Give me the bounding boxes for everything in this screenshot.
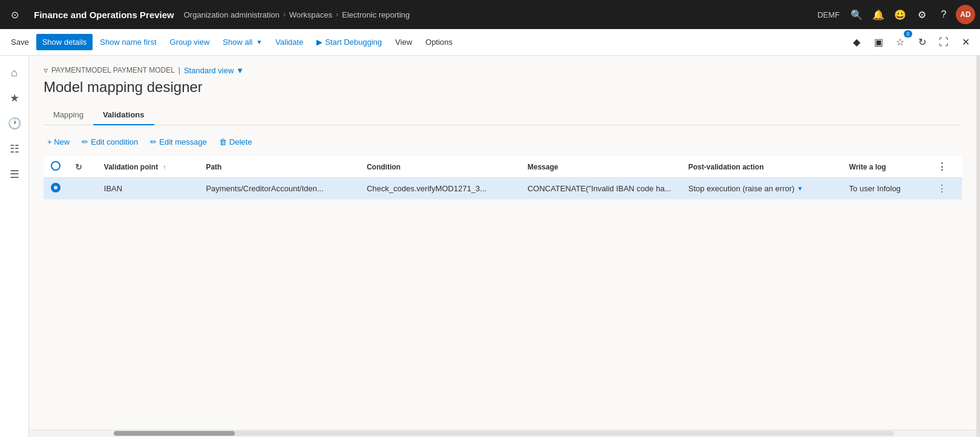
table-row[interactable]: IBAN Payments/CreditorAccount/Iden... Ch…: [44, 178, 962, 200]
sidebar-home-icon[interactable]: ⌂: [2, 61, 27, 85]
breadcrumb-item-2[interactable]: Workspaces: [289, 10, 332, 19]
row-path: Payments/CreditorAccount/Iden...: [198, 178, 359, 200]
pencil-icon: ✏: [82, 137, 88, 146]
breadcrumb-item-3[interactable]: Electronic reporting: [342, 10, 410, 19]
top-nav-bar: ⊙ Finance and Operations Preview Organiz…: [0, 0, 980, 29]
model-breadcrumb: PAYMENTMODEL PAYMENT MODEL: [51, 66, 175, 74]
show-all-chevron-icon: ▼: [256, 39, 262, 45]
toolbar: Save Show details Show name first Group …: [0, 29, 980, 56]
search-icon[interactable]: 🔍: [847, 5, 866, 24]
expand-icon[interactable]: ⛶: [934, 33, 953, 52]
settings-icon[interactable]: ⚙: [912, 5, 932, 24]
resize-handle[interactable]: [976, 56, 980, 437]
badge-icon-container: ☆ 0: [890, 33, 910, 52]
action-bar: + New ✏ Edit condition ✏ Edit message 🗑 …: [44, 135, 962, 149]
row-message: CONCATENATE("Invalid IBAN code ha...: [520, 178, 681, 200]
new-button[interactable]: + New: [44, 135, 73, 149]
page-title: Model mapping designer: [44, 79, 962, 96]
layout: ⌂ ★ 🕐 ☷ ☰ ▿ PAYMENTMODEL PAYMENT MODEL |…: [0, 56, 980, 437]
group-view-button[interactable]: Group view: [164, 34, 216, 50]
diamond-icon[interactable]: ◆: [847, 33, 866, 52]
show-all-button[interactable]: Show all ▼: [217, 34, 268, 50]
row-condition: Check_codes.verifyMOD1271_3...: [359, 178, 520, 200]
path-header: Path: [198, 156, 359, 178]
row-more-options: ⋮: [930, 178, 962, 200]
app-grid-icon[interactable]: ⊙: [5, 5, 24, 24]
select-all-radio[interactable]: [51, 161, 60, 171]
sidebar-clock-icon[interactable]: 🕐: [2, 111, 27, 136]
sidebar-star-icon[interactable]: ★: [2, 86, 27, 110]
top-nav-right: DEMF 🔍 🔔 😀 ⚙ ? AD: [817, 5, 975, 24]
start-debugging-button[interactable]: ▶ Start Debugging: [310, 34, 388, 50]
standard-view-dropdown[interactable]: Standard view ▼: [184, 66, 244, 75]
breadcrumb-item-1[interactable]: Organization administration: [184, 10, 279, 19]
sidebar: ⌂ ★ 🕐 ☷ ☰: [0, 56, 29, 437]
row-radio-cell: [44, 178, 68, 200]
trash-icon: 🗑: [219, 137, 227, 146]
badge-count: 0: [904, 30, 912, 38]
toolbar-right-icons: ◆ ▣ ☆ 0 ↻ ⛶ ✕: [847, 33, 975, 52]
message-header: Message: [520, 156, 681, 178]
filter-icon: ▿: [44, 65, 48, 75]
feedback-icon[interactable]: 😀: [890, 5, 910, 24]
avatar[interactable]: AD: [956, 5, 975, 24]
row-radio[interactable]: [51, 183, 60, 192]
horizontal-scrollbar[interactable]: [29, 430, 976, 437]
more-options-icon[interactable]: ⋮: [937, 162, 947, 172]
post-validation-chevron-icon[interactable]: ▼: [797, 185, 803, 192]
refresh-toolbar-icon[interactable]: ↻: [912, 33, 932, 52]
row-more-icon[interactable]: ⋮: [937, 183, 947, 194]
save-button[interactable]: Save: [5, 34, 35, 50]
tabs: Mapping Validations: [44, 105, 962, 125]
validate-button[interactable]: Validate: [269, 34, 309, 50]
help-icon[interactable]: ?: [934, 5, 953, 24]
view-button[interactable]: View: [389, 34, 418, 50]
refresh-header-icon[interactable]: ↻: [75, 162, 82, 172]
row-post-validation-action: Stop execution (raise an error) ▼: [681, 178, 842, 200]
validation-point-header: Validation point ↑: [97, 156, 199, 178]
breadcrumb-sep-1: ›: [283, 10, 286, 19]
tab-mapping[interactable]: Mapping: [44, 105, 93, 125]
refresh-header: ↻: [68, 156, 97, 178]
options-button[interactable]: Options: [419, 34, 459, 50]
page-breadcrumb: ▿ PAYMENTMODEL PAYMENT MODEL | Standard …: [44, 65, 962, 75]
delete-button[interactable]: 🗑 Delete: [215, 135, 256, 149]
content-area: ▿ PAYMENTMODEL PAYMENT MODEL | Standard …: [29, 56, 976, 430]
condition-header: Condition: [359, 156, 520, 178]
row-write-log: To user Infolog: [842, 178, 930, 200]
scrollbar-thumb[interactable]: [114, 431, 235, 436]
sidebar-grid-icon[interactable]: ☷: [2, 137, 27, 161]
sidebar-list-icon[interactable]: ☰: [2, 162, 27, 186]
standard-view-label: Standard view: [184, 66, 234, 75]
pencil2-icon: ✏: [150, 137, 157, 146]
row-empty-cell: [68, 178, 97, 200]
edit-condition-button[interactable]: ✏ Edit condition: [78, 135, 142, 149]
more-options-header: ⋮: [930, 156, 962, 178]
scrollbar-track: [114, 431, 894, 436]
post-validation-text: Stop execution (raise an error): [688, 184, 795, 193]
panel-icon[interactable]: ▣: [869, 33, 888, 52]
notification-icon[interactable]: 🔔: [869, 5, 888, 24]
breadcrumb-pipe: |: [178, 66, 180, 74]
sort-icon[interactable]: ↑: [163, 163, 166, 171]
validations-table: ↻ Validation point ↑ Path Condition Mess…: [44, 156, 962, 200]
main-content: ▿ PAYMENTMODEL PAYMENT MODEL | Standard …: [29, 56, 976, 437]
edit-message-button[interactable]: ✏ Edit message: [146, 135, 211, 149]
show-name-first-button[interactable]: Show name first: [94, 34, 162, 50]
select-all-header: [44, 156, 68, 178]
show-details-button[interactable]: Show details: [36, 34, 93, 50]
app-title: Finance and Operations Preview: [27, 10, 181, 20]
close-icon[interactable]: ✕: [956, 33, 975, 52]
tab-validations[interactable]: Validations: [93, 105, 154, 125]
write-log-header: Write a log: [842, 156, 930, 178]
standard-view-chevron-icon: ▼: [236, 66, 244, 75]
row-validation-point: IBAN: [97, 178, 199, 200]
env-label: DEMF: [817, 10, 840, 19]
breadcrumb-sep-2: ›: [336, 10, 338, 19]
post-validation-header: Post-validation action: [681, 156, 842, 178]
debug-icon: ▶: [316, 38, 322, 47]
breadcrumb: Organization administration › Workspaces…: [184, 10, 815, 19]
table-header-row: ↻ Validation point ↑ Path Condition Mess…: [44, 156, 962, 178]
